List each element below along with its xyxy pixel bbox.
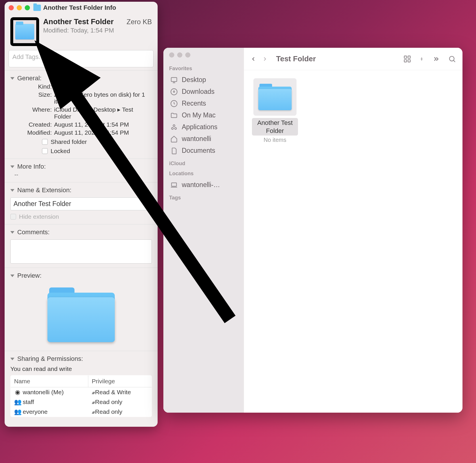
folder-icon	[15, 24, 34, 39]
table-row[interactable]: 👥staff ▴▾Read only	[11, 397, 152, 407]
chevron-down-icon	[10, 189, 14, 192]
table-row[interactable]: ◉wantonelli (Me) ▴▾Read & Write	[11, 387, 152, 397]
section-sharing: Sharing & Permissions: You can read and …	[5, 351, 158, 421]
sidebar-item-label: wantonelli-…	[182, 181, 220, 189]
checkbox-icon	[10, 214, 16, 220]
section-general: General: Kind: Folder Size: Zero KB (Zer…	[5, 70, 158, 159]
chevron-down-icon	[10, 275, 14, 277]
section-header-sharing[interactable]: Sharing & Permissions:	[10, 354, 152, 364]
name-extension-input[interactable]	[10, 197, 152, 210]
tags-placeholder: Add Tags…	[12, 53, 45, 60]
section-comments: Comments:	[5, 224, 158, 268]
sidebar-item-label: Documents	[182, 147, 215, 155]
finder-toolbar: Test Folder	[244, 48, 462, 70]
sidebar-heading-locations: Locations	[169, 171, 238, 177]
view-options-button[interactable]	[403, 55, 411, 63]
sidebar-item-label: Recents	[182, 100, 206, 107]
minimize-icon[interactable]	[17, 5, 22, 10]
sidebar-item-applications[interactable]: Applications	[167, 121, 240, 133]
shared-folder-row[interactable]: Shared folder	[42, 138, 152, 145]
more-button[interactable]	[432, 55, 440, 63]
tags-input[interactable]: Add Tags…	[9, 50, 154, 67]
modified-value: August 11, 2021 at 1:54 PM	[54, 129, 152, 136]
svg-point-4	[171, 127, 173, 129]
back-button[interactable]	[250, 56, 257, 62]
sidebar-item-label: Downloads	[182, 88, 215, 96]
svg-rect-10	[408, 60, 410, 62]
section-header-name-ext[interactable]: Name & Extension:	[10, 185, 152, 195]
close-icon[interactable]	[9, 5, 14, 10]
table-row[interactable]: 👥everyone ▴▾Read only	[11, 407, 152, 417]
checkbox-icon[interactable]	[42, 139, 48, 145]
svg-rect-8	[408, 56, 410, 58]
svg-point-5	[175, 127, 177, 129]
item-name: Another Test Folder	[43, 17, 114, 26]
get-info-window: Another Test Folder Info Another Test Fo…	[5, 2, 158, 427]
section-header-more-info[interactable]: More Info:	[10, 162, 152, 172]
home-icon	[170, 135, 178, 143]
apps-icon	[170, 123, 178, 131]
perm-priv[interactable]: Read only	[95, 408, 123, 415]
info-header: Another Test Folder Zero KB Modified: To…	[5, 14, 158, 48]
sidebar-item-home[interactable]: wantonelli	[167, 133, 240, 145]
list-item[interactable]: Another Test Folder No items	[252, 78, 298, 143]
kind-label: Kind:	[14, 83, 52, 90]
updown-icon[interactable]	[419, 55, 424, 63]
locked-label: Locked	[51, 148, 70, 155]
sidebar-item-on-my-mac[interactable]: On My Mac	[167, 109, 240, 121]
sidebar-heading-tags: Tags	[169, 195, 238, 201]
zoom-icon[interactable]	[25, 5, 30, 10]
svg-point-11	[450, 56, 454, 61]
sidebar-item-location[interactable]: wantonelli-…	[167, 179, 240, 191]
finder-content[interactable]: Another Test Folder No items	[244, 70, 462, 413]
size-value: Zero KB (Zero bytes on disk) for 1 item	[54, 91, 152, 105]
svg-rect-0	[171, 77, 177, 81]
comments-input[interactable]	[10, 239, 152, 264]
finder-sidebar: Favorites Desktop Downloads Recents On M…	[163, 48, 244, 413]
section-header-comments[interactable]: Comments:	[10, 227, 152, 237]
sidebar-item-downloads[interactable]: Downloads	[167, 86, 240, 98]
header-icon-highlight[interactable]	[10, 17, 39, 46]
info-titlebar[interactable]: Another Test Folder Info	[5, 2, 158, 14]
sidebar-item-documents[interactable]: Documents	[167, 145, 240, 157]
chevron-down-icon	[10, 77, 14, 80]
item-modified: Modified: Today, 1:54 PM	[43, 27, 152, 34]
folder-icon	[33, 5, 41, 11]
file-name[interactable]: Another Test Folder	[252, 118, 298, 136]
locked-row[interactable]: Locked	[42, 148, 152, 155]
forward-button[interactable]	[262, 56, 268, 62]
perm-name: wantonelli (Me)	[23, 389, 64, 395]
where-label: Where:	[14, 106, 52, 120]
created-value: August 11, 2021 at 1:54 PM	[54, 121, 152, 128]
modified-label: Modified:	[14, 129, 52, 136]
minimize-icon[interactable]	[177, 52, 182, 58]
section-header-preview[interactable]: Preview:	[10, 271, 152, 281]
traffic-lights	[9, 5, 30, 10]
section-name-ext: Name & Extension: Hide extension	[5, 182, 158, 224]
checkbox-icon[interactable]	[42, 148, 48, 154]
section-header-general[interactable]: General:	[10, 73, 152, 83]
perm-priv[interactable]: Read & Write	[95, 389, 131, 395]
chevron-down-icon	[10, 231, 14, 234]
item-size: Zero KB	[127, 18, 152, 26]
updown-icon[interactable]: ▴▾	[92, 410, 94, 415]
group-icon: 👥	[14, 408, 21, 415]
sidebar-heading-icloud: iCloud	[169, 161, 238, 167]
close-icon[interactable]	[169, 52, 174, 58]
perm-priv[interactable]: Read only	[95, 399, 123, 405]
chevron-down-icon	[10, 165, 14, 168]
group-icon: 👥	[14, 399, 21, 405]
search-icon[interactable]	[448, 55, 456, 63]
sidebar-item-desktop[interactable]: Desktop	[167, 74, 240, 86]
permissions-table: Name Privilege ◉wantonelli (Me) ▴▾Read &…	[10, 375, 152, 417]
updown-icon[interactable]: ▴▾	[92, 400, 94, 405]
updown-icon[interactable]: ▴▾	[92, 390, 94, 395]
created-label: Created:	[14, 121, 52, 128]
folder-icon	[170, 112, 178, 119]
zoom-icon[interactable]	[185, 52, 190, 58]
traffic-lights-inactive	[167, 52, 236, 58]
where-value: iCloud Drive ▸ Desktop ▸ Test Folder	[54, 106, 152, 120]
sidebar-item-recents[interactable]: Recents	[167, 98, 240, 109]
folder-icon	[253, 78, 297, 116]
svg-rect-6	[171, 183, 176, 186]
